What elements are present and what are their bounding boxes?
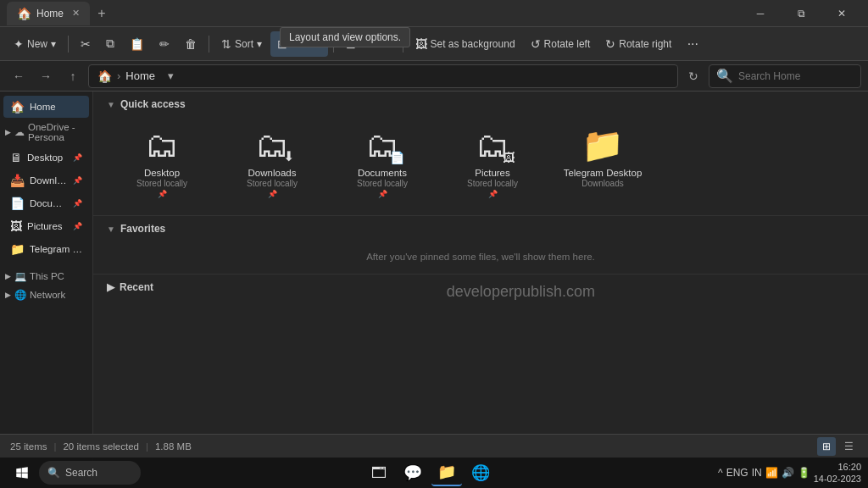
qa-item-downloads[interactable]: 🗂 ⬇ Downloads Stored locally 📌 (217, 119, 327, 205)
minimize-button[interactable]: ─ (741, 0, 780, 27)
pictures-overlay-icon: 🖼 (503, 151, 515, 164)
rotate-left-button[interactable]: ↺ Rotate left (524, 31, 598, 57)
lang-label[interactable]: ENG (726, 467, 748, 479)
quick-access-grid: 🗂 Desktop Stored locally 📌 🗂 ⬇ Downloads… (93, 115, 868, 215)
start-button[interactable] (7, 459, 37, 486)
sidebar-item-telegram[interactable]: 📁 Telegram Desktop (3, 238, 89, 260)
favorites-expand-icon: ▼ (107, 225, 115, 234)
search-input[interactable] (738, 70, 854, 82)
clock: 16:20 (814, 461, 861, 473)
paste-button[interactable]: 📋 (123, 31, 151, 57)
address-path[interactable]: 🏠 › Home ▾ (88, 64, 678, 88)
qa-documents-sub: Stored locally (357, 179, 408, 188)
close-button[interactable]: ✕ (822, 0, 861, 27)
window-controls: ─ ⧉ ✕ (741, 0, 861, 27)
thispc-expand-arrow: ▶ (5, 272, 11, 280)
taskbar-app-explorer[interactable]: 📁 (431, 459, 462, 486)
sidebar-item-home[interactable]: 🏠 Home (3, 96, 89, 118)
home-tab[interactable]: 🏠 Home ✕ (7, 2, 90, 25)
sidebar-item-pictures[interactable]: 🖼 Pictures 📌 (3, 215, 89, 237)
chevron-tray-icon[interactable]: ^ (718, 467, 723, 479)
sidebar-network-expand[interactable]: ▶ 🌐 Network (0, 286, 92, 304)
tooltip-text: Layout and view options. (289, 31, 401, 43)
new-dropdown-icon: ▾ (51, 38, 56, 50)
content-area: ▼ Quick access 🗂 Desktop Stored locally … (93, 92, 868, 464)
sort-button[interactable]: ⇅ Sort ▾ (214, 31, 269, 57)
search-box[interactable]: 🔍 (709, 64, 861, 88)
delete-button[interactable]: 🗑 (178, 31, 203, 57)
favorites-section: After you've pinned some files, we'll sh… (93, 240, 868, 274)
battery-icon[interactable]: 🔋 (798, 467, 810, 479)
sort-icon: ⇅ (221, 37, 231, 51)
taskview-icon: 🗔 (371, 464, 387, 482)
cut-button[interactable]: ✂ (74, 31, 97, 57)
qa-downloads-name: Downloads (248, 168, 297, 178)
qa-item-telegram[interactable]: 📁 Telegram Desktop Downloads (548, 119, 658, 205)
up-button[interactable]: ↑ (61, 64, 85, 88)
favorites-empty-text: After you've pinned some files, we'll sh… (107, 245, 854, 269)
pin-icon-documents: 📌 (73, 199, 82, 208)
pin-icon-pictures: 📌 (73, 222, 82, 230)
sidebar-item-documents[interactable]: 📄 Documents 📌 (3, 192, 89, 214)
rotate-right-button[interactable]: ↻ Rotate right (598, 31, 678, 57)
refresh-button[interactable]: ↻ (682, 64, 705, 88)
toolbar-sep-1 (68, 36, 69, 53)
qa-item-documents[interactable]: 🗂 📄 Documents Stored locally 📌 (327, 119, 437, 205)
sort-label: Sort (235, 38, 253, 50)
recent-header[interactable]: ▶ Recent (93, 274, 868, 300)
new-button[interactable]: ✦ New ▾ (7, 31, 63, 57)
grid-view-button[interactable]: ⊞ (817, 437, 836, 456)
desktop-folder-icon: 🖥 (10, 151, 22, 164)
downloads-folder-icon: 📥 (10, 174, 25, 187)
taskbar-search[interactable]: 🔍 Search (39, 461, 141, 485)
qa-downloads-sub: Stored locally (247, 179, 298, 188)
system-time[interactable]: 16:20 14-02-2023 (814, 461, 861, 485)
tab-close-button[interactable]: ✕ (72, 8, 80, 19)
qa-downloads-pin: 📌 (268, 190, 277, 198)
documents-folder-icon: 📄 (10, 197, 25, 210)
taskbar-app-chrome[interactable]: 🌐 (465, 459, 496, 486)
chrome-icon: 🌐 (471, 463, 490, 482)
qa-expand-icon: ▼ (107, 100, 115, 109)
list-view-button[interactable]: ☰ (839, 437, 858, 456)
qa-item-pictures[interactable]: 🗂 🖼 Pictures Stored locally 📌 (437, 119, 548, 205)
taskbar-search-label: Search (65, 467, 97, 479)
sidebar-pictures-label: Pictures (27, 221, 63, 231)
favorites-label: Favorites (120, 223, 165, 235)
qa-desktop-pin: 📌 (158, 190, 167, 198)
network-icon: 🌐 (14, 289, 26, 301)
maximize-button[interactable]: ⧉ (782, 0, 821, 27)
favorites-header[interactable]: ▼ Favorites (93, 216, 868, 240)
address-dropdown-button[interactable]: ▾ (160, 64, 181, 88)
copy-button[interactable]: ⧉ (99, 31, 121, 57)
taskbar-app-taskview[interactable]: 🗔 (364, 459, 394, 486)
qa-documents-pin: 📌 (378, 190, 387, 198)
quick-access-header[interactable]: ▼ Quick access (93, 92, 868, 115)
new-tab-button[interactable]: + (92, 3, 112, 24)
qa-pictures-sub: Stored locally (467, 179, 518, 188)
path-sep: › (117, 69, 120, 82)
more-options-button[interactable]: ··· (680, 31, 705, 57)
forward-button[interactable]: → (34, 64, 58, 88)
home-tab-label: Home (36, 8, 64, 19)
home-icon: 🏠 (10, 100, 25, 114)
taskbar-app-teams[interactable]: 💬 (398, 459, 428, 486)
qa-item-desktop[interactable]: 🗂 Desktop Stored locally 📌 (107, 119, 217, 205)
network-expand-arrow: ▶ (5, 291, 11, 299)
system-tray-icons: ^ ENG IN 📶 🔊 🔋 (718, 467, 810, 479)
wifi-icon[interactable]: 📶 (765, 467, 778, 479)
volume-icon[interactable]: 🔊 (782, 467, 794, 479)
sidebar-item-downloads[interactable]: 📥 Downloads 📌 (3, 169, 89, 191)
sidebar-thispc-expand[interactable]: ▶ 💻 This PC (0, 267, 92, 286)
qa-telegram-name: Telegram Desktop (564, 168, 643, 178)
set-background-button[interactable]: 🖼 Set as background (409, 31, 522, 57)
toolbar-sep-2 (209, 36, 209, 53)
qa-documents-icon: 🗂 📄 (360, 125, 404, 164)
sidebar-onedrive-expand[interactable]: ▶ ☁ OneDrive - Persona (0, 119, 92, 146)
back-button[interactable]: ← (7, 64, 31, 88)
recent-label: Recent (120, 281, 153, 293)
sidebar-item-desktop[interactable]: 🖥 Desktop 📌 (3, 147, 89, 169)
qa-pictures-name: Pictures (475, 168, 510, 178)
rename-button[interactable]: ✏ (153, 31, 176, 57)
recent-expand-icon: ▶ (107, 281, 114, 293)
